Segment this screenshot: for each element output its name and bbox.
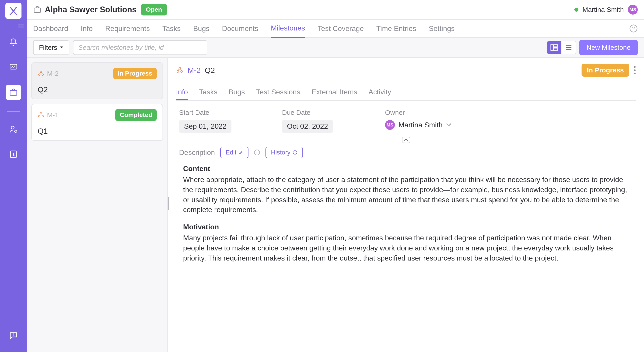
description-section-heading: Motivation [183,223,633,231]
svg-point-13 [42,74,44,76]
due-date-label: Due Date [282,109,358,116]
rail-item-support[interactable]: ? [6,328,21,343]
collapse-toggle[interactable] [402,137,410,143]
view-list-button[interactable] [562,41,576,54]
svg-text:?: ? [632,26,635,31]
milestone-card[interactable]: M-1 Completed Q1 [31,104,163,141]
start-date-value[interactable]: Sep 01, 2022 [179,120,232,133]
new-milestone-button[interactable]: New Milestone [579,40,638,55]
description-history-button[interactable]: History [266,147,303,158]
svg-point-12 [38,74,40,76]
milestone-title: Q2 [38,85,157,94]
field-owner: Owner MS Martina Smith [385,109,461,130]
tab-info[interactable]: Info [81,20,93,37]
milestones-toolbar: Filters New Milestone [27,38,644,58]
milestone-status-badge: In Progress [113,68,157,79]
description-section-heading: Content [183,164,633,173]
current-user-avatar[interactable]: MS [628,5,638,15]
bell-icon [9,38,18,47]
rail-item-projects[interactable] [6,85,21,100]
milestone-status-badge: Completed [115,109,157,121]
report-icon [9,150,18,159]
svg-rect-9 [551,45,553,50]
left-rail: ? [0,0,27,352]
milestone-id: M-1 [38,111,59,119]
search-input[interactable] [73,40,207,55]
tab-bugs[interactable]: Bugs [193,20,210,37]
project-nav-tabs: Dashboard Info Requirements Tasks Bugs D… [27,20,644,38]
rail-item-people[interactable] [6,121,21,137]
info-icon[interactable] [254,149,260,156]
workspace-name[interactable]: Alpha Sawyer Solutions [45,5,136,14]
detail-header: M-2 Q2 In Progress Info Tasks Bugs Test … [168,58,644,101]
svg-point-2 [11,126,14,129]
chevron-up-icon [404,138,408,141]
field-start-date: Start Date Sep 01, 2022 [179,109,255,133]
owner-name: Martina Smith [398,121,442,129]
rail-collapse-toggle[interactable] [18,23,24,29]
tab-time-entries[interactable]: Time Entries [376,20,416,37]
detail-body: Start Date Sep 01, 2022 Due Date Oct 02,… [168,101,644,279]
edit-description-button[interactable]: Edit [220,147,248,158]
due-date-value[interactable]: Oct 02, 2022 [282,120,333,133]
rail-item-dashboards[interactable] [6,60,21,75]
svg-rect-6 [34,8,41,13]
detail-tab-bugs[interactable]: Bugs [228,85,245,100]
milestone-icon [38,70,44,77]
list-view-icon [565,44,572,51]
detail-tab-test-sessions[interactable]: Test Sessions [256,85,300,100]
current-user-name[interactable]: Martina Smith [582,6,624,14]
tab-dashboard[interactable]: Dashboard [33,20,68,37]
user-gear-icon [9,125,18,134]
description-body: Content Where appropriate, attach to the… [179,164,633,263]
description-label: Description [179,148,215,157]
workspace-icon [33,5,42,14]
field-due-date: Due Date Oct 02, 2022 [282,109,358,133]
caret-down-icon [60,46,64,49]
presentation-icon [9,63,18,72]
filters-button[interactable]: Filters [33,40,70,55]
description-header: Description Edit History [179,147,633,158]
section-divider [179,141,633,141]
svg-rect-1 [10,91,17,96]
svg-point-15 [38,115,40,117]
svg-point-16 [42,115,44,117]
milestone-list-pane: M-2 In Progress Q2 M-1 Completed Q1 [27,58,168,352]
rail-divider [7,111,20,112]
detail-tab-info[interactable]: Info [176,85,188,100]
help-icon[interactable]: ? [629,24,638,33]
app-logo[interactable] [5,3,22,19]
view-split-button[interactable] [547,41,562,54]
tab-test-coverage[interactable]: Test Coverage [318,20,364,37]
detail-status-badge[interactable]: In Progress [582,64,629,77]
milestone-icon [176,66,184,74]
rail-item-reports[interactable] [6,147,21,162]
description-section-text: Where appropriate, attach to the categor… [183,175,633,215]
workspace-status-badge: Open [141,4,167,16]
briefcase-icon [9,88,18,97]
svg-point-22 [634,73,636,74]
pencil-icon [238,150,243,155]
tab-settings[interactable]: Settings [429,20,455,37]
tab-tasks[interactable]: Tasks [162,20,181,37]
detail-tab-activity[interactable]: Activity [368,85,391,100]
split-view-icon [550,44,558,51]
logo-icon [8,5,19,16]
milestone-detail-pane: M-2 Q2 In Progress Info Tasks Bugs Test … [168,58,644,352]
svg-point-21 [634,69,636,71]
detail-tab-tasks[interactable]: Tasks [199,85,217,100]
owner-picker[interactable]: MS Martina Smith [385,120,461,130]
content-split: M-2 In Progress Q2 M-1 Completed Q1 [27,58,644,352]
tab-documents[interactable]: Documents [222,20,258,37]
detail-milestone-id[interactable]: M-2 [188,66,201,75]
rail-item-alerts[interactable] [6,35,21,50]
detail-tab-external-items[interactable]: External Items [312,85,358,100]
tab-requirements[interactable]: Requirements [105,20,150,37]
detail-more-menu[interactable] [634,66,636,74]
svg-point-19 [181,70,183,72]
detail-milestone-title: Q2 [205,66,215,75]
pane-resize-handle[interactable] [168,197,169,210]
milestone-icon [38,112,44,118]
tab-milestones[interactable]: Milestones [271,20,305,38]
milestone-card[interactable]: M-2 In Progress Q2 [31,62,163,99]
